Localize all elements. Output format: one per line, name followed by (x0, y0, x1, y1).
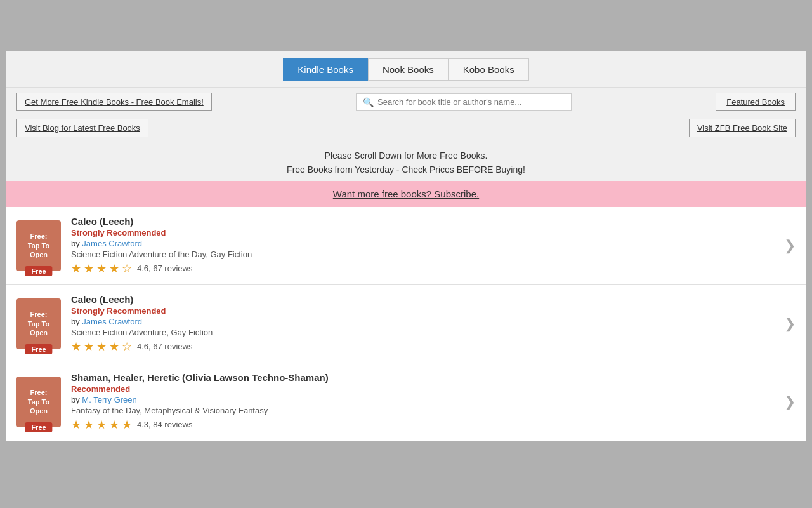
blog-link[interactable]: Visit Blog for Latest Free Books (16, 119, 148, 137)
chevron-right-0[interactable]: ❯ (784, 237, 796, 254)
notice-line2: Free Books from Yesterday - Check Prices… (6, 163, 806, 177)
author-link-0[interactable]: James Crawford (82, 239, 142, 248)
subscribe-banner[interactable]: Want more free books? Subscribe. (6, 181, 806, 207)
book-item-2[interactable]: Free:Tap ToOpen Free Shaman, Healer, Her… (6, 363, 806, 441)
book-item[interactable]: Free:Tap ToOpen Free Caleo (Leech) Stron… (6, 207, 806, 285)
page-wrapper: Kindle Books Nook Books Kobo Books Get M… (0, 0, 812, 508)
star4-0: ★ (109, 262, 119, 276)
thumb-text-1: Free:Tap ToOpen (28, 310, 49, 337)
books-list: Free:Tap ToOpen Free Caleo (Leech) Stron… (6, 207, 806, 441)
star4-2: ★ (109, 418, 119, 432)
featured-books-button[interactable]: Featured Books (716, 93, 796, 111)
book-title-1: Caleo (Leech) (71, 294, 776, 305)
tabs-row: Kindle Books Nook Books Kobo Books (6, 51, 806, 87)
star2-0: ★ (84, 262, 94, 276)
book-author-1: by James Crawford (71, 317, 776, 326)
book-recommendation-2: Recommended (71, 384, 776, 394)
actions-row-2: Visit Blog for Latest Free Books Visit Z… (6, 116, 806, 142)
stars-row-0: ★ ★ ★ ★ ☆ 4.6, 67 reviews (71, 262, 776, 276)
book-thumb-2[interactable]: Free:Tap ToOpen Free (16, 377, 61, 427)
star2-2: ★ (84, 418, 94, 432)
tab-kobo-books[interactable]: Kobo Books (449, 58, 529, 81)
thumb-text-2: Free:Tap ToOpen (28, 388, 49, 415)
star5-1: ☆ (122, 340, 132, 354)
star2-1: ★ (84, 340, 94, 354)
star1-2: ★ (71, 418, 81, 432)
stars-row-1: ★ ★ ★ ★ ☆ 4.6, 67 reviews (71, 340, 776, 354)
free-kindle-link[interactable]: Get More Free Kindle Books - Free Book E… (16, 93, 212, 111)
thumb-text-0: Free:Tap ToOpen (28, 232, 49, 259)
tab-kindle-books[interactable]: Kindle Books (283, 58, 368, 81)
star5-2: ★ (122, 418, 132, 432)
book-author-0: by James Crawford (71, 239, 776, 248)
star1-0: ★ (71, 262, 81, 276)
book-recommendation-0: Strongly Recommended (71, 228, 776, 237)
main-content: Kindle Books Nook Books Kobo Books Get M… (6, 51, 806, 441)
book-info-1: Caleo (Leech) Strongly Recommended by Ja… (71, 294, 776, 354)
reviews-2: 4.3, 84 reviews (137, 420, 192, 429)
book-title-0: Caleo (Leech) (71, 216, 776, 227)
top-gray-area (0, 0, 812, 51)
search-icon: 🔍 (363, 97, 374, 107)
book-title-2: Shaman, Healer, Heretic (Olivia Lawson T… (71, 372, 776, 383)
book-genre-1: Science Fiction Adventure, Gay Fiction (71, 328, 776, 337)
book-author-2: by M. Terry Green (71, 395, 776, 404)
star5-0: ☆ (122, 262, 132, 276)
notice-text: Please Scroll Down for More Free Books. … (6, 142, 806, 181)
free-badge-1: Free (25, 344, 52, 354)
book-thumb-1[interactable]: Free:Tap ToOpen Free (16, 298, 61, 349)
star3-1: ★ (96, 340, 107, 354)
reviews-0: 4.6, 67 reviews (137, 264, 192, 273)
search-input[interactable] (377, 97, 565, 107)
star1-1: ★ (71, 340, 81, 354)
book-recommendation-1: Strongly Recommended (71, 306, 776, 316)
notice-line1: Please Scroll Down for More Free Books. (6, 149, 806, 163)
author-link-2[interactable]: M. Terry Green (82, 395, 136, 404)
chevron-right-2[interactable]: ❯ (784, 394, 796, 410)
star3-0: ★ (96, 262, 107, 276)
search-box[interactable]: 🔍 (356, 93, 572, 111)
stars-row-2: ★ ★ ★ ★ ★ 4.3, 84 reviews (71, 418, 776, 432)
actions-row-1: Get More Free Kindle Books - Free Book E… (6, 87, 806, 116)
book-genre-0: Science Fiction Adventure of the Day, Ga… (71, 250, 776, 259)
left-action: Get More Free Kindle Books - Free Book E… (16, 93, 212, 111)
star4-1: ★ (109, 340, 119, 354)
chevron-right-1[interactable]: ❯ (784, 316, 796, 332)
book-genre-2: Fantasy of the Day, Metaphysical & Visio… (71, 406, 776, 415)
book-thumb-0[interactable]: Free:Tap ToOpen Free (16, 220, 61, 271)
book-info-2: Shaman, Healer, Heretic (Olivia Lawson T… (71, 372, 776, 432)
free-badge-0: Free (25, 266, 52, 276)
free-badge-2: Free (25, 422, 52, 432)
book-info-0: Caleo (Leech) Strongly Recommended by Ja… (71, 216, 776, 276)
author-link-1[interactable]: James Crawford (82, 317, 142, 326)
star3-2: ★ (96, 418, 107, 432)
book-item-1[interactable]: Free:Tap ToOpen Free Caleo (Leech) Stron… (6, 285, 806, 363)
reviews-1: 4.6, 67 reviews (137, 342, 192, 351)
zfb-link[interactable]: Visit ZFB Free Book Site (689, 119, 796, 137)
tab-nook-books[interactable]: Nook Books (368, 58, 449, 81)
